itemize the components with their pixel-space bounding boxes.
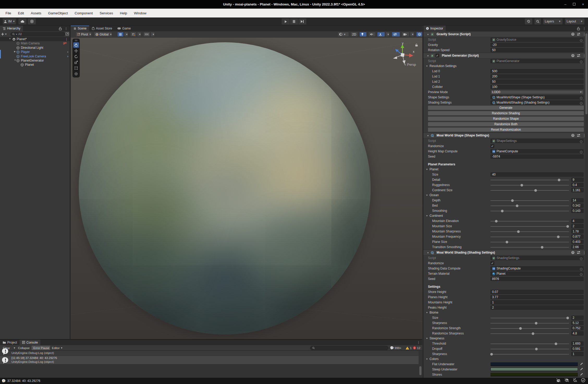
slider-value-field[interactable]: 0.4 (571, 183, 584, 187)
object-picker-icon[interactable] (580, 268, 583, 271)
eyedropper-icon[interactable] (580, 368, 583, 371)
slider-knob[interactable] (511, 199, 514, 202)
hierarchy-item-main-camera[interactable]: Main Camera (0, 41, 70, 45)
slider-track[interactable] (491, 247, 569, 248)
menu-component[interactable]: Component (71, 11, 96, 15)
slider-track[interactable] (491, 323, 569, 323)
play-button[interactable] (281, 18, 290, 25)
menu-window[interactable]: Window (131, 11, 150, 15)
hierarchy-search-input[interactable]: ▼ All (10, 32, 65, 36)
hierarchy-item-planet[interactable]: Planet (0, 63, 70, 67)
shading-mode-dropdown[interactable]: ▼ (338, 32, 349, 37)
object-field[interactable]: csPlanetCompute (491, 149, 584, 153)
component-header-gravity-source-script[interactable]: ▼#Gravity Source (Script)?⋮ (423, 31, 588, 37)
cloud-button[interactable] (18, 18, 27, 25)
text-field[interactable]: 500 (491, 69, 584, 73)
slider-knob[interactable] (532, 332, 534, 335)
prefab-chevron-icon[interactable]: › (67, 54, 68, 58)
layers-dropdown[interactable]: Layers▼ (543, 18, 563, 25)
foldout-colors[interactable]: ▼Colors (423, 357, 588, 362)
slider-value-field[interactable]: 4 (571, 219, 584, 223)
prefab-chevron-icon[interactable]: › (67, 50, 68, 54)
slider-track[interactable] (491, 185, 569, 185)
text-field[interactable]: 50 (491, 80, 584, 84)
grid-snap-toggle[interactable] (130, 32, 137, 37)
generate-button[interactable]: Generate (428, 105, 584, 110)
presets-icon[interactable] (577, 134, 580, 137)
kebab-menu-icon[interactable]: ⋮ (417, 340, 420, 344)
slider-value-field[interactable]: 9 (571, 178, 584, 182)
hierarchy-item-directional-light[interactable]: Directional Light (0, 46, 70, 50)
increment-snap-toggle[interactable] (143, 32, 150, 37)
slider-knob[interactable] (517, 230, 520, 233)
hand-tool-button[interactable] (73, 42, 79, 48)
slider-track[interactable] (491, 180, 569, 180)
slider-knob[interactable] (566, 225, 569, 228)
foldout-resolution-settings[interactable]: ▼Resolution Settings (423, 64, 588, 69)
menu-edit[interactable]: Edit (15, 11, 27, 15)
tab-asset-store[interactable]: Asset Store (89, 26, 115, 31)
slider-track[interactable] (491, 226, 569, 227)
slider-value-field[interactable]: 4.8 (571, 331, 584, 335)
color-swatch[interactable] (491, 362, 578, 366)
eyedropper-icon[interactable] (580, 373, 583, 376)
camera-settings-dropdown[interactable]: ▼ (410, 32, 414, 37)
palette-drag-handle[interactable] (75, 40, 77, 41)
slider-track[interactable] (491, 349, 569, 349)
object-picker-icon[interactable] (580, 97, 583, 99)
grid-visibility-toggle[interactable] (117, 32, 124, 37)
slider-knob[interactable] (506, 241, 508, 243)
global-dropdown[interactable]: Global ▼ (94, 32, 112, 37)
menu-file[interactable]: File (2, 11, 15, 15)
foldout-triangle-icon[interactable]: ▶ (14, 50, 16, 53)
object-picker-icon[interactable] (580, 140, 583, 143)
enabled-checkbox[interactable]: ✓ (436, 54, 439, 57)
kebab-menu-icon[interactable]: ⋮ (64, 27, 68, 31)
slider-value-field[interactable]: 1 (571, 352, 584, 356)
auto-refresh-disabled-icon[interactable] (573, 378, 578, 382)
component-header-moai-world-shape-shape-settings[interactable]: ▼Moai World Shape (Shape Settings)?⋮ (423, 133, 588, 138)
grid-snap-dropdown[interactable]: ▼ (137, 32, 141, 37)
object-field[interactable]: #PlanetGenerator (491, 59, 584, 63)
slider-knob[interactable] (490, 353, 493, 356)
compile-ok-icon[interactable] (581, 378, 585, 382)
slider-knob[interactable] (535, 348, 538, 350)
error-count-badge[interactable]: ! 12 (413, 346, 420, 350)
camera-settings-button[interactable] (402, 32, 409, 37)
console-log-entry[interactable]: UnityEngine.Debug:Log (object) (0, 351, 419, 356)
kebab-menu-icon[interactable]: ⋮ (583, 27, 586, 31)
slider-track[interactable] (491, 211, 569, 211)
scene-lighting-toggle[interactable] (359, 32, 367, 37)
foldout-triangle-icon[interactable]: ▼ (427, 32, 429, 36)
text-field[interactable]: 1 (491, 300, 584, 304)
search-button[interactable] (534, 18, 541, 25)
foldout-continent[interactable]: ▼Continent (423, 213, 588, 218)
object-picker-icon[interactable] (580, 273, 583, 276)
slider-value-field[interactable]: 0.342 (571, 203, 584, 208)
menu-assets[interactable]: Assets (27, 11, 45, 15)
foldout-triangle-icon[interactable]: ▼ (427, 54, 429, 57)
object-field[interactable]: MoaiWorldShape (Shape Settings) (491, 95, 584, 99)
undo-history-button[interactable] (525, 18, 532, 25)
tab-project[interactable]: Project (0, 340, 20, 345)
scrollbar-thumb[interactable] (419, 366, 421, 375)
console-scrollbar[interactable] (419, 351, 422, 377)
text-field[interactable]: 50 (491, 48, 584, 52)
foldout-biome[interactable]: ▼Biome (423, 310, 588, 315)
text-field[interactable]: 8976 (491, 277, 584, 281)
orientation-gizmo[interactable]: y x (390, 42, 419, 73)
slider-track[interactable] (491, 333, 569, 334)
text-field[interactable]: -20 (491, 43, 584, 47)
slider-value-field[interactable]: 0.591 (571, 347, 584, 351)
presets-icon[interactable] (577, 54, 580, 57)
tab-console[interactable]: Console (20, 340, 40, 345)
slider-track[interactable] (491, 221, 569, 221)
checkbox[interactable]: ✓ (491, 261, 494, 265)
text-field[interactable]: 200 (491, 74, 584, 79)
dropdown-field[interactable]: LOD0▼ (491, 90, 584, 94)
editor-dropdown[interactable]: Editor▼ (50, 346, 65, 350)
lock-icon[interactable] (577, 27, 580, 30)
effects-dropdown[interactable]: ▼ (385, 32, 390, 37)
color-swatch[interactable] (491, 373, 578, 376)
add-gameobject-button[interactable]: ▼ (1, 32, 9, 36)
